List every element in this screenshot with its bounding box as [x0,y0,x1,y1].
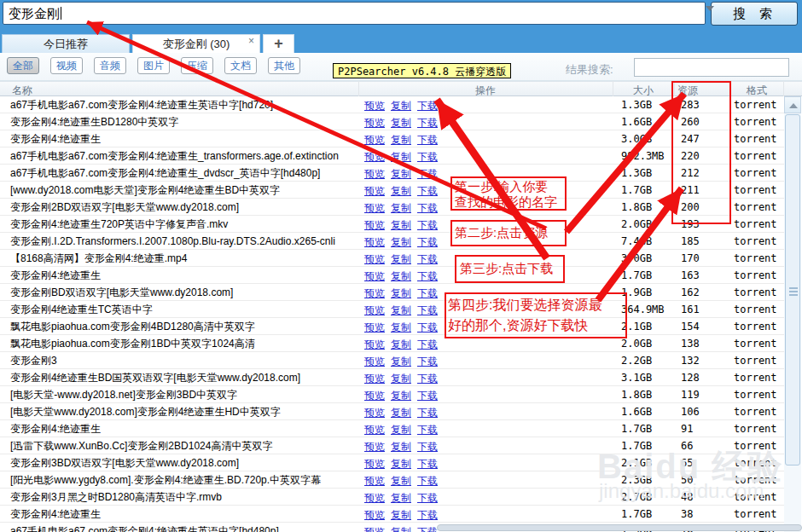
table-row[interactable]: 变形金刚4:绝迹重生BD1280中英双字预览复制下载1.6GB260torren… [0,113,784,130]
op-download-link[interactable]: 下载 [417,370,438,386]
table-row[interactable]: 变形金刚3月黑之时BD1280高清英语中字.rmvb预览复制下载2.7GB48t… [0,489,784,506]
table-row[interactable]: [迅雷下载www.XunBo.Cc]变形金刚2BD1024高清中英双字预览复制下… [0,437,784,454]
op-copy-link[interactable]: 复制 [391,268,411,284]
op-copy-link[interactable]: 复制 [391,438,411,454]
op-preview-link[interactable]: 预览 [364,489,385,506]
scrollbar-thumb[interactable] [785,114,800,466]
op-copy-link[interactable]: 复制 [391,455,411,471]
filter-button-5[interactable]: 文档 [224,57,257,74]
filter-button-1[interactable]: 视频 [50,57,83,74]
op-copy-link[interactable]: 复制 [391,336,411,352]
op-download-link[interactable]: 下载 [417,438,438,454]
op-download-link[interactable]: 下载 [417,455,438,471]
table-row[interactable]: 变形金刚4:绝迹重生预览复制下载1.7GB38torrent [0,506,784,523]
op-copy-link[interactable]: 复制 [391,370,411,386]
op-copy-link[interactable]: 复制 [391,165,411,182]
op-download-link[interactable]: 下载 [417,472,438,489]
horizontal-scrollbar-thumb[interactable] [437,524,802,531]
op-preview-link[interactable]: 预览 [364,336,385,352]
op-preview-link[interactable]: 预览 [364,387,385,403]
op-download-link[interactable]: 下载 [417,182,438,199]
op-copy-link[interactable]: 复制 [391,217,411,233]
op-preview-link[interactable]: 预览 [364,285,385,301]
op-copy-link[interactable]: 复制 [391,234,411,250]
op-preview-link[interactable]: 预览 [364,455,385,471]
table-row[interactable]: 【8168高清网】变形金刚4:绝迹重.mp4预览复制下载3.0GB170torr… [0,250,784,267]
filter-button-4[interactable]: 压缩 [181,57,213,74]
op-preview-link[interactable]: 预览 [364,148,385,165]
op-download-link[interactable]: 下载 [417,489,438,506]
op-preview-link[interactable]: 预览 [364,200,385,216]
op-copy-link[interactable]: 复制 [391,285,411,301]
tab-search-result[interactable]: 变形金刚 (30)× [132,34,260,53]
sort-desc-icon[interactable] [706,6,714,11]
table-row[interactable]: 变形金刚2BD双语双字[电影天堂www.dy2018.com]预览复制下载1.8… [0,199,784,216]
op-preview-link[interactable]: 预览 [364,523,385,532]
op-download-link[interactable]: 下载 [417,148,438,165]
result-search-input[interactable] [634,58,789,77]
op-copy-link[interactable]: 复制 [391,387,411,403]
op-preview-link[interactable]: 预览 [364,97,385,113]
op-copy-link[interactable]: 复制 [391,319,411,335]
op-copy-link[interactable]: 复制 [391,200,411,216]
op-copy-link[interactable]: 复制 [391,489,411,506]
new-tab-button[interactable]: + [263,34,294,53]
filter-button-2[interactable]: 音频 [94,57,126,74]
op-copy-link[interactable]: 复制 [391,131,411,147]
op-download-link[interactable]: 下载 [417,523,438,532]
op-copy-link[interactable]: 复制 [391,182,411,199]
op-copy-link[interactable]: 复制 [391,404,411,420]
table-row[interactable]: 变形金刚.I.2D.Transformers.I.2007.1080p.Blu-… [0,233,784,250]
table-row[interactable]: 变形金刚4绝迹重生BD国英双语双字[电影天堂www.dy2018.com]预览复… [0,369,784,386]
table-row[interactable]: 变形金刚4:绝迹重生预览复制下载3.0GB247torrent [0,130,784,147]
op-preview-link[interactable]: 预览 [364,182,385,199]
op-preview-link[interactable]: 预览 [364,319,385,335]
table-row[interactable]: 变形金刚BD双语双字[电影天堂www.dy2018.com]预览复制下载1.9G… [0,284,784,301]
op-preview-link[interactable]: 预览 [364,438,385,454]
op-copy-link[interactable]: 复制 [391,421,411,437]
op-download-link[interactable]: 下载 [417,234,438,250]
op-preview-link[interactable]: 预览 [364,353,385,369]
op-copy-link[interactable]: 复制 [391,302,411,318]
op-download-link[interactable]: 下载 [417,131,438,147]
op-preview-link[interactable]: 预览 [364,268,385,284]
op-copy-link[interactable]: 复制 [391,148,411,165]
scroll-up-icon[interactable] [784,96,801,113]
op-preview-link[interactable]: 预览 [364,302,385,318]
op-copy-link[interactable]: 复制 [391,353,411,369]
table-row[interactable]: [电影天堂-www.dy2018.net]变形金刚3BD中英双字预览复制下载1.… [0,386,784,403]
table-row[interactable]: [电影天堂www.dy2018.com]变形金刚4绝迹重生HD中英双字预览复制下… [0,403,784,420]
table-row[interactable]: 变形金刚4绝迹重生TC英语中字预览复制下载364.9MB161torrent [0,301,784,318]
op-download-link[interactable]: 下载 [417,285,438,301]
op-download-link[interactable]: 下载 [417,97,438,113]
op-copy-link[interactable]: 复制 [391,97,411,113]
table-row[interactable]: [阳光电影www.ygdy8.com].变形金刚4:绝迹重生.BD.720p.中… [0,471,784,489]
table-row[interactable]: a67手机电影a67.com变形金刚4:绝迹重生_transformers.ag… [0,147,784,165]
op-preview-link[interactable]: 预览 [364,421,385,437]
filter-button-6[interactable]: 其他 [268,57,300,74]
op-preview-link[interactable]: 预览 [364,251,385,267]
table-row[interactable]: 变形金刚3预览复制下载2.2GB132torrent [0,352,784,369]
op-preview-link[interactable]: 预览 [364,165,385,182]
table-row[interactable]: 飘花电影piaohua.com变形金刚1BD中英双字1024高清预览复制下载2.… [0,335,784,352]
op-preview-link[interactable]: 预览 [364,506,385,523]
op-download-link[interactable]: 下载 [417,421,438,437]
op-download-link[interactable]: 下载 [417,353,438,369]
op-download-link[interactable]: 下载 [417,506,438,523]
op-preview-link[interactable]: 预览 [364,472,385,489]
op-download-link[interactable]: 下载 [417,217,438,233]
op-copy-link[interactable]: 复制 [391,251,411,267]
op-copy-link[interactable]: 复制 [391,523,411,532]
table-row[interactable]: 变形金刚4:绝迹重生720P英语中字修复声音.mkv预览复制下载2.0GB193… [0,216,784,233]
table-row[interactable]: 变形金刚4:绝迹重生预览复制下载1.7GB91torrent [0,420,784,437]
op-download-link[interactable]: 下载 [417,165,438,182]
op-copy-link[interactable]: 复制 [391,506,411,523]
op-download-link[interactable]: 下载 [417,251,438,267]
op-download-link[interactable]: 下载 [417,268,438,284]
table-row[interactable]: 变形金刚4:绝迹重生预览复制下载1.7GB163torrent [0,267,784,284]
op-download-link[interactable]: 下载 [417,387,438,403]
op-preview-link[interactable]: 预览 [364,404,385,420]
vertical-scrollbar[interactable] [784,96,801,532]
op-download-link[interactable]: 下载 [417,404,438,420]
table-row[interactable]: [www.dy2018.com电影天堂]变形金刚4绝迹重生BD中英双字预览复制下… [0,182,784,199]
